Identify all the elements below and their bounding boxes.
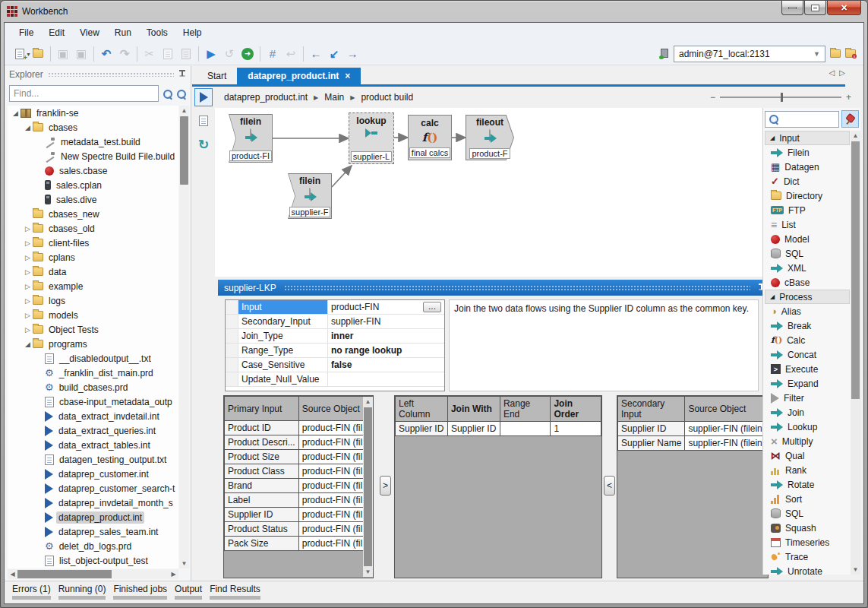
palette-item-FTP[interactable]: FTPFTP	[765, 203, 850, 217]
table-row[interactable]: Labelproduct-FIN (fil...	[225, 493, 374, 508]
scroll-up-icon[interactable]: ▲	[179, 106, 189, 116]
search-plus-icon[interactable]	[176, 89, 186, 99]
move-right-button[interactable]: >	[380, 476, 391, 496]
menu-help[interactable]: Help	[176, 25, 209, 40]
tree-item-sales.cbase[interactable]: sales.cbase	[8, 163, 178, 178]
palette-item-Timeseries[interactable]: Timeseries	[765, 535, 850, 549]
palette-item-Trace[interactable]: Trace	[765, 549, 850, 564]
tree-item-delet_db_logs.prd[interactable]: ⚙delet_db_logs.prd	[8, 539, 178, 553]
menu-edit[interactable]: Edit	[42, 25, 71, 40]
palette-item-Rank[interactable]: Rank	[765, 463, 850, 477]
status-Errors (1)[interactable]: Errors (1)	[12, 584, 51, 600]
server-combo[interactable]: admin@71_local:2131 ▼	[674, 46, 825, 62]
tree-item-dataprep_product.int[interactable]: dataprep_product.int	[8, 510, 178, 524]
tree-expander-icon[interactable]: ◢	[11, 109, 21, 117]
palette-item-Concat[interactable]: Concat	[765, 347, 850, 362]
scroll-left-icon[interactable]: ◀	[8, 569, 17, 579]
flow-canvas[interactable]: fileinproduct-FIfileinsupplier-Flookupsu…	[215, 108, 772, 277]
flow-node-product-F[interactable]: fileoutproduct-F	[466, 115, 514, 160]
new-file-button[interactable]: +▼	[11, 45, 29, 63]
scroll-right-icon[interactable]: ▶	[169, 569, 178, 579]
palette-item-SQL[interactable]: SQL	[765, 246, 850, 261]
scroll-up-icon[interactable]: ▲	[851, 131, 860, 141]
palette-item-Lookup[interactable]: Lookup	[765, 420, 850, 434]
palette-scrollbar[interactable]: ▲ ▼	[851, 131, 860, 575]
tree-item-data_extract_tables.int[interactable]: data_extract_tables.int	[8, 438, 178, 452]
tree-expander-icon[interactable]: ◢	[23, 124, 33, 131]
title-bar[interactable]: Workbench ×	[1, 1, 867, 22]
menu-view[interactable]: View	[73, 25, 106, 40]
tree-expander-icon[interactable]: ▷	[23, 297, 33, 305]
table-row[interactable]: Product Sizeproduct-FIN (fil...	[225, 450, 374, 464]
tree-item-cplans[interactable]: ▷ cplans	[8, 250, 178, 264]
tree-item-data_extract_queries.int[interactable]: data_extract_queries.int	[8, 423, 178, 438]
table-row[interactable]: Supplier IDproduct-FIN (fil...	[225, 508, 374, 522]
tree-item-metadata_test.build[interactable]: metadata_test.build	[8, 135, 178, 149]
search-icon[interactable]	[163, 89, 172, 99]
tree-item-data[interactable]: ▷ data	[8, 264, 178, 279]
tree-item-data_extract_invdetail.int[interactable]: data_extract_invdetail.int	[8, 409, 178, 423]
palette-item-cBase[interactable]: cBase	[765, 275, 850, 290]
palette-item-List[interactable]: ≡List	[765, 217, 850, 232]
column-header[interactable]: Source Object	[685, 397, 769, 422]
find-input[interactable]: Find...	[9, 85, 159, 102]
palette-item-Qual[interactable]: ⋈Qual	[765, 448, 850, 463]
column-header[interactable]: Primary Input	[225, 397, 299, 421]
palette-item-Model[interactable]: Model	[765, 232, 850, 246]
back-button[interactable]: ↩	[282, 45, 300, 63]
close-tab-icon[interactable]: ×	[345, 71, 350, 81]
status-Running (0)[interactable]: Running (0)	[58, 584, 106, 600]
palette-item-Directory[interactable]: Directory	[765, 188, 850, 203]
table-row[interactable]: Product Classproduct-FIN (fil...	[225, 464, 374, 479]
breadcrumb-part[interactable]: dataprep_product.int	[224, 92, 308, 103]
tree-item-list_object-output_test[interactable]: list_object-output_test	[8, 553, 178, 568]
table-row[interactable]: Brandproduct-FIN (fil...	[225, 479, 374, 493]
tree-expander-icon[interactable]: ◢	[23, 340, 33, 348]
status-Finished jobs[interactable]: Finished jobs	[113, 584, 167, 600]
palette-item-Expand[interactable]: Expand	[765, 376, 850, 391]
redo-button[interactable]: ↷	[115, 45, 134, 63]
palette-item-Sort[interactable]: Sort	[765, 492, 850, 506]
flow-node-supplier-F[interactable]: fileinsupplier-F	[288, 173, 332, 219]
refresh-run-button[interactable]: ↻	[194, 135, 213, 154]
tree-item-dataprep_customer_search-t[interactable]: dataprep_customer_search-t	[8, 481, 178, 496]
tree-item-dataprep_sales_team.int[interactable]: dataprep_sales_team.int	[8, 524, 178, 539]
tree-item-cbase-input_metadata_outp[interactable]: cbase-input_metadata_outp	[8, 394, 178, 409]
tree-item-New Spectre Build File.build[interactable]: New Spectre Build File.build	[8, 149, 178, 163]
column-header[interactable]: Join Order	[551, 397, 601, 422]
scroll-down-icon[interactable]: ▼	[179, 559, 189, 568]
notes-button[interactable]	[194, 112, 213, 130]
tree-item-sales.cplan[interactable]: sales.cplan	[8, 178, 178, 192]
explorer-vertical-scrollbar[interactable]: ▲ ▼	[179, 106, 189, 568]
cut-button[interactable]: ✂	[140, 45, 159, 63]
menu-tools[interactable]: Tools	[140, 25, 175, 40]
table-row[interactable]: Supplier IDsupplier-FIN (filein)	[618, 422, 769, 436]
column-header[interactable]: Range End	[500, 397, 551, 422]
table-row[interactable]: Pack Sizeproduct-FIN (fil...	[225, 537, 374, 551]
property-row-Update_Null_Value[interactable]: Update_Null_Value	[226, 372, 444, 387]
palette-item-Squash[interactable]: Squash	[765, 521, 850, 535]
palette-item-SQL[interactable]: SQL	[765, 506, 850, 521]
table-row[interactable]: Product Statusproduct-FIN (fil...	[225, 522, 374, 537]
zoom-in-icon[interactable]: +	[846, 92, 851, 103]
tree-item-client-files[interactable]: ▷ client-files	[8, 236, 178, 250]
explorer-horizontal-scrollbar[interactable]: ◀ ▶	[8, 569, 178, 579]
zoom-slider[interactable]: − +	[710, 92, 851, 103]
tree-expander-icon[interactable]: ▷	[23, 312, 33, 319]
table-row[interactable]: Supplier Namesupplier-FIN (filein)	[618, 436, 769, 451]
property-row-Case_Sensitive[interactable]: Case_Sensitive false	[226, 358, 444, 372]
zoom-slider-handle[interactable]	[781, 93, 783, 102]
palette-section-Input[interactable]: ◢Input	[765, 131, 850, 145]
tree-expander-icon[interactable]: ▷	[23, 268, 33, 276]
undo-button[interactable]: ↶	[97, 45, 115, 63]
table-row[interactable]: Supplier IDSupplier ID1	[396, 422, 601, 436]
grid-button[interactable]: #	[264, 45, 282, 63]
property-row-Range_Type[interactable]: Range_Type no range lookup	[226, 344, 444, 358]
palette-item-Unrotate[interactable]: Unrotate	[765, 564, 850, 575]
palette-search-input[interactable]	[765, 111, 839, 128]
palette-item-XML[interactable]: XML	[765, 261, 850, 275]
tree-item-programs[interactable]: ◢ programs	[8, 337, 178, 351]
scroll-down-icon[interactable]: ▼	[851, 565, 860, 575]
pin-icon[interactable]	[178, 70, 186, 79]
tab-nav-arrows[interactable]: ◁▷	[829, 68, 850, 77]
